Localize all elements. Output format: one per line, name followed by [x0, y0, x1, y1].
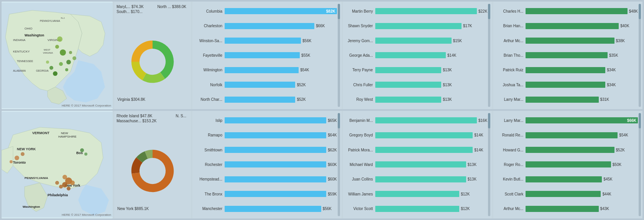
donut-chart: [128, 146, 177, 197]
donut-label-item: South... $170...: [117, 10, 189, 14]
scrollbar[interactable]: [488, 113, 490, 216]
bar-value: $56K: [323, 207, 332, 211]
bar-label: The Bronx: [194, 192, 225, 196]
scrollbar[interactable]: [338, 113, 340, 216]
bar-label: Roger Ro...: [495, 163, 526, 167]
svg-text:KENTUCKY: KENTUCKY: [13, 50, 30, 53]
svg-point-45: [80, 148, 84, 152]
bar-label: Brian Tho...: [495, 53, 526, 57]
bar-label: Roy West: [345, 97, 375, 102]
bar-container: $13K: [375, 176, 488, 182]
bar-value: $13K: [468, 163, 476, 167]
bar-fill: [375, 176, 466, 182]
bar-fill: [375, 132, 473, 138]
bar-fill: [526, 67, 605, 73]
map-copyright: HERE © 2017 Microsoft Corporation: [62, 103, 111, 108]
bar-fill: [225, 117, 326, 123]
svg-point-42: [15, 156, 19, 160]
bar-label: Manchester: [194, 207, 225, 211]
bar-value: $44K: [602, 192, 611, 196]
bar-label: Norfolk: [194, 83, 225, 87]
scrollbar[interactable]: [639, 113, 641, 216]
bar-fill: [375, 8, 477, 14]
donut-label-item: North ... $388.0K: [157, 5, 186, 9]
bar-container: $52K: [225, 97, 337, 103]
bar-row: Chris Fuller$13K: [345, 80, 488, 89]
bar-row: Scott Clark$44K: [495, 190, 638, 198]
svg-point-46: [84, 153, 87, 156]
bar-fill: [225, 132, 326, 138]
bar-label: Howard G...: [495, 148, 526, 152]
donut-label-item: N. S...: [176, 114, 186, 118]
svg-text:PENNSYLVANIA: PENNSYLVANIA: [40, 20, 60, 22]
bar-fill: [526, 147, 614, 153]
bar-row: Rochester$60K: [194, 160, 337, 169]
bar-value: $22K: [478, 9, 487, 13]
bar-value-highlight: $82K: [325, 9, 335, 13]
svg-point-19: [53, 71, 58, 76]
donut-bottom-label: New York $885.1K: [117, 207, 149, 211]
svg-text:OHIO: OHIO: [25, 27, 32, 30]
bar-row: Hempstead...$60K: [194, 175, 337, 184]
bar-container: $13K: [375, 67, 488, 73]
bar-fill: [526, 82, 605, 88]
svg-text:INDIANA: INDIANA: [13, 38, 26, 42]
bar-row: Patrick Ruiz$34K: [495, 66, 638, 74]
bar-fill: [526, 161, 611, 167]
bar-fill: [375, 38, 452, 44]
bar-container: $13K: [375, 82, 488, 88]
bar-label: Juan Collins: [345, 177, 375, 181]
bar-label: North Char...: [194, 97, 225, 102]
svg-text:WEST: WEST: [44, 49, 51, 51]
bar-fill: [526, 97, 598, 103]
bar-value: $62K: [328, 148, 337, 152]
scrollbar[interactable]: [338, 4, 340, 107]
bar-fill: [375, 67, 442, 73]
bar-label: Larry Mar...: [495, 118, 526, 123]
map-copyright: HERE © 2017 Microsoft Corporation: [62, 213, 111, 217]
bar-row: Brian Han...$40K: [495, 22, 638, 30]
donut-chart: [128, 37, 177, 87]
bar-container: $56K: [225, 206, 337, 212]
bar-value: $14K: [474, 133, 483, 137]
bar-value: $54K: [619, 133, 628, 137]
bar-fill: [375, 23, 462, 29]
bar-fill: [375, 191, 460, 197]
bar-fill: [375, 117, 477, 123]
row-1: OHIO INDIANA PENNSYLVANIA N.J. KENTUCKY …: [2, 2, 642, 109]
bar-container: $12K: [375, 206, 488, 212]
bar-row: Ramapo$64K: [194, 131, 337, 140]
bar-label: Jeremy Gom...: [345, 39, 375, 43]
bar-row: Gregory Boyd$14K: [345, 131, 488, 140]
bar-label: Ramapo: [194, 133, 225, 137]
bar-fill: [526, 206, 598, 212]
bar-row: Shawn Snyder$17K: [345, 22, 488, 30]
scrollbar[interactable]: [639, 4, 641, 107]
bar-row: Roy West$13K: [345, 95, 488, 104]
bar-label: Columbia: [194, 9, 225, 13]
bar-row: Ronald Re...$54K: [495, 131, 638, 140]
bar-row: North Char...$52K: [194, 95, 337, 104]
bar-container: $48K: [526, 8, 638, 14]
bar-panel-1-People 1: Benjamin M...$16KGregory Boyd$14KPatrick…: [343, 111, 492, 218]
scrollbar[interactable]: [488, 4, 490, 107]
bar-row: Kevin Butl...$45K: [495, 175, 638, 184]
bar-fill: [225, 52, 300, 58]
svg-text:NEW YORK: NEW YORK: [17, 147, 36, 151]
bar-value: $52K: [297, 97, 306, 102]
donut-label-item: Massachuse... $153.2K: [117, 119, 189, 123]
dashboard: OHIO INDIANA PENNSYLVANIA N.J. KENTUCKY …: [0, 0, 644, 220]
bar-fill: [375, 161, 466, 167]
svg-text:ALABAMA: ALABAMA: [13, 69, 26, 72]
bar-container: $54K: [526, 132, 638, 138]
scrollbar-thumb: [639, 4, 641, 19]
bar-fill: [526, 132, 618, 138]
scrollbar-thumb: [338, 4, 340, 19]
bar-row: Charleston$66K: [194, 22, 337, 30]
svg-point-36: [62, 182, 67, 187]
bar-value: $60K: [328, 163, 337, 167]
bar-label: Hempstead...: [194, 177, 225, 181]
svg-text:Toronto: Toronto: [13, 161, 26, 164]
svg-point-41: [55, 181, 59, 185]
scrollbar-thumb: [488, 113, 490, 128]
